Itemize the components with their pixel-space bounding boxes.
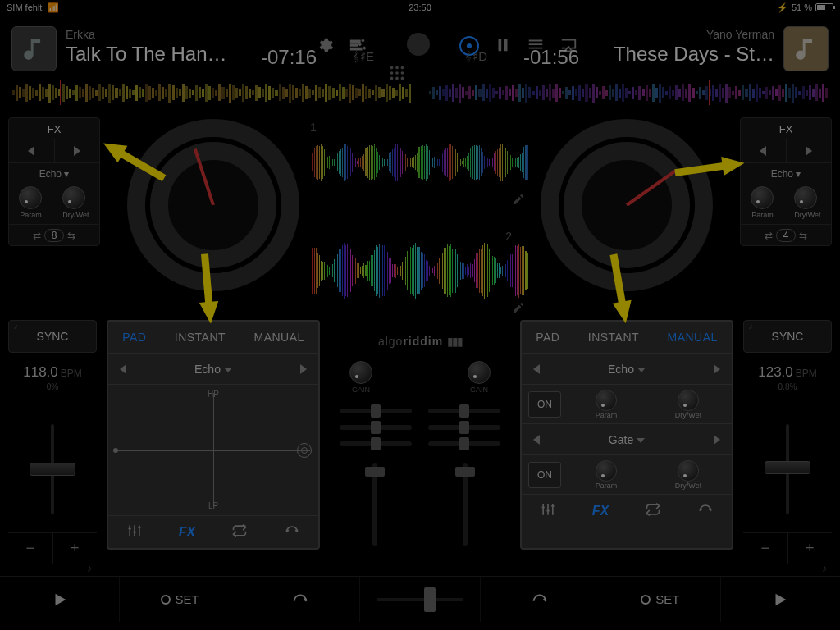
deck-b-key[interactable]: 𝄞♯D xyxy=(465,49,487,64)
tab-pad[interactable]: PAD xyxy=(122,331,146,344)
fx-next-button[interactable] xyxy=(54,139,100,162)
tab-pad[interactable]: PAD xyxy=(536,331,559,344)
svg-point-7 xyxy=(395,77,399,80)
sync-button[interactable]: SYNC xyxy=(743,320,832,353)
fx-drywet-knob[interactable] xyxy=(62,186,85,209)
effect-next[interactable] xyxy=(300,364,307,374)
play-button-a[interactable] xyxy=(0,577,120,622)
deck-b-artist: Yano Yerman xyxy=(569,28,774,41)
tempo-slider[interactable]: ♪ ♪ xyxy=(743,416,832,523)
eq-b[interactable] xyxy=(428,409,500,413)
sliders-icon[interactable] xyxy=(349,36,367,57)
effect-prev[interactable] xyxy=(533,364,540,374)
cue-jump-b[interactable] xyxy=(481,577,600,622)
deck-b-jogwheel[interactable] xyxy=(541,119,713,291)
pitch-down-button[interactable]: − xyxy=(743,533,788,564)
svg-point-4 xyxy=(395,71,399,75)
fx-tab-icon[interactable]: FX xyxy=(179,525,195,540)
pitch-up-button[interactable]: + xyxy=(788,533,833,564)
effect-next[interactable] xyxy=(714,435,720,445)
loop-controls[interactable]: ⇄ 8 ⇆ xyxy=(9,224,99,242)
loop-controls[interactable]: ⇄ 4 ⇆ xyxy=(741,224,831,242)
cue-jump-a[interactable] xyxy=(240,577,360,622)
edit-icon[interactable] xyxy=(512,193,525,206)
cue-set-button-b[interactable]: SET xyxy=(600,577,720,622)
fx-drywet-knob[interactable] xyxy=(678,460,699,482)
eq-a[interactable] xyxy=(340,441,412,446)
effect-select[interactable]: Echo xyxy=(194,363,232,376)
fx-tab-icon[interactable]: FX xyxy=(592,504,609,518)
effect-next[interactable] xyxy=(714,364,720,374)
svg-point-1 xyxy=(395,66,399,70)
svg-point-2 xyxy=(401,66,404,70)
eq-icon[interactable] xyxy=(126,523,143,542)
deck-b-waveform[interactable]: for(let i=0;i<130;i++){let h=6+((Math.si… xyxy=(312,226,528,316)
play-button-b[interactable] xyxy=(721,577,840,622)
tab-manual[interactable]: MANUAL xyxy=(667,331,717,344)
deck-a-sync-column: SYNC 118.0BPM0% ♪ ♪ −+ xyxy=(8,320,97,574)
fx-prev-button[interactable] xyxy=(741,139,786,162)
effect-prev[interactable] xyxy=(533,435,540,445)
deck-a-artwork[interactable] xyxy=(11,26,57,71)
xy-pad[interactable]: HP LP xyxy=(108,384,318,515)
cue-icon[interactable] xyxy=(284,523,300,542)
settings-icon[interactable] xyxy=(316,36,334,57)
effect-select[interactable]: Gate xyxy=(609,433,645,446)
pause-icon[interactable] xyxy=(494,36,512,57)
effect-prev[interactable] xyxy=(120,364,126,374)
tab-instant[interactable]: INSTANT xyxy=(588,331,639,344)
eq-a[interactable] xyxy=(340,409,412,413)
fx-select[interactable]: Echo ▾ xyxy=(741,163,831,185)
music-icon xyxy=(21,35,48,63)
tab-instant[interactable]: INSTANT xyxy=(175,331,226,344)
overview-waveforms[interactable]: for(let i=0;i<120;i++)document.write('<s… xyxy=(11,80,829,105)
fx-param-knob[interactable] xyxy=(751,186,774,209)
pitch-down-button[interactable]: − xyxy=(8,533,52,564)
crossfader[interactable] xyxy=(360,577,480,622)
sync-button[interactable]: SYNC xyxy=(8,320,97,353)
eq-b[interactable] xyxy=(428,441,500,446)
fx-next-button[interactable] xyxy=(786,139,832,162)
fx-param-knob[interactable] xyxy=(596,460,617,482)
fx-drywet-knob[interactable] xyxy=(678,390,699,411)
fx-on-button[interactable]: ON xyxy=(528,391,561,418)
pitch-up-button[interactable]: + xyxy=(52,533,98,564)
fx-param-knob[interactable] xyxy=(19,186,42,209)
bpm-display[interactable]: 118.0BPM0% xyxy=(8,364,97,391)
eq-icon[interactable] xyxy=(540,501,556,521)
cue-set-button-a[interactable]: SET xyxy=(120,577,240,622)
deck-b-track-info[interactable]: Yano Yerman These Days - St… xyxy=(569,28,774,66)
gain-knob-a[interactable] xyxy=(349,361,372,384)
effect-select[interactable]: Echo xyxy=(608,363,646,376)
deck-b-overview[interactable]: for(let i=0;i<120;i++)document.write('<s… xyxy=(428,80,829,105)
tab-manual[interactable]: MANUAL xyxy=(253,331,304,344)
cue-icon[interactable] xyxy=(697,501,714,521)
deck-a-time-remaining: -07:16 xyxy=(261,46,317,69)
gain-knob-b[interactable] xyxy=(468,361,491,384)
edit-icon[interactable] xyxy=(512,301,525,314)
eq-b[interactable] xyxy=(428,425,500,430)
deck-a-title: Talk To The Han… xyxy=(66,43,271,66)
fx-drywet-knob[interactable] xyxy=(794,186,817,209)
fx-on-button[interactable]: ON xyxy=(528,462,561,488)
battery: ⚡ 51 % xyxy=(777,2,833,13)
fx-prev-button[interactable] xyxy=(9,139,54,162)
volume-fader-a[interactable] xyxy=(372,463,377,546)
deck-a-overview[interactable]: for(let i=0;i<120;i++)document.write('<s… xyxy=(11,80,412,105)
deck-a-track-info[interactable]: Erkka Talk To The Han… xyxy=(66,28,271,66)
bpm-display[interactable]: 123.0BPM0.8% xyxy=(743,364,832,391)
tempo-slider[interactable]: ♪ ♪ xyxy=(8,416,97,523)
fx-select[interactable]: Echo ▾ xyxy=(9,163,99,185)
clock: 23:50 xyxy=(409,2,431,12)
library-spotify-icon[interactable] xyxy=(407,33,430,56)
volume-fader-b[interactable] xyxy=(463,463,468,546)
svg-point-6 xyxy=(390,77,394,80)
loop-icon[interactable] xyxy=(645,501,661,521)
deck-b-artwork[interactable] xyxy=(783,26,829,71)
loop-icon[interactable] xyxy=(231,523,248,542)
fx-param-knob[interactable] xyxy=(596,390,617,411)
deck-a-jogwheel[interactable] xyxy=(127,119,299,291)
eq-a[interactable] xyxy=(340,425,412,430)
status-bar: SIM fehlt 📶 23:50 ⚡ 51 % xyxy=(0,0,840,15)
deck-a-waveform[interactable]: for(let i=0;i<130;i++){let h=4+((Math.si… xyxy=(312,117,528,208)
